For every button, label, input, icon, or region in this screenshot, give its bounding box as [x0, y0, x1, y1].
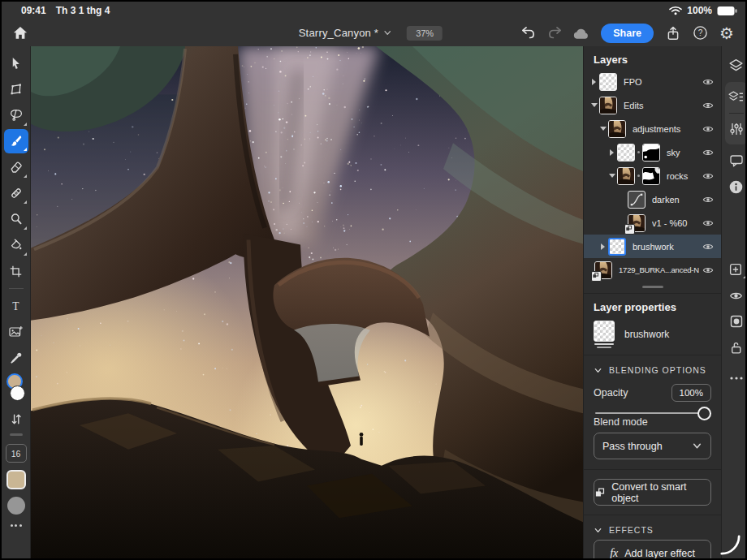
share-button[interactable]: Share: [601, 24, 654, 43]
transform-tool[interactable]: [4, 76, 28, 102]
eraser-tool[interactable]: [4, 154, 28, 180]
layer-thumbnail: [599, 73, 617, 91]
clone-stamp-tool-icon: [10, 213, 23, 226]
clone-stamp-tool[interactable]: [4, 206, 28, 232]
add-layer-effect-button[interactable]: fx Add layer effect: [594, 540, 711, 558]
task-strip: [721, 46, 745, 558]
more-ellipsis-icon: [730, 377, 743, 380]
add-layer-icon: [728, 262, 744, 278]
brush-size-field[interactable]: 16: [6, 444, 27, 463]
toolbar-more-button[interactable]: [11, 524, 22, 527]
color-wells[interactable]: [4, 373, 28, 407]
mask-link-dot: [637, 174, 640, 177]
visibility-eye-icon[interactable]: [699, 76, 721, 88]
chevron-down-icon: [594, 526, 602, 535]
layer-row-edits[interactable]: Edits: [584, 93, 721, 117]
expand-arrow-icon[interactable]: [610, 149, 614, 156]
blend-mode-dropdown[interactable]: Pass through: [594, 433, 711, 459]
paint-bucket-tool[interactable]: [4, 232, 28, 258]
place-image-tool-icon: [9, 325, 23, 338]
document-title[interactable]: Starry_Canyon *: [299, 27, 378, 39]
expand-arrow-icon[interactable]: [592, 79, 596, 85]
eraser-tool-icon: [10, 161, 23, 174]
layers-panel-tab[interactable]: [725, 86, 746, 109]
brush-color-chip[interactable]: [6, 470, 26, 489]
move-tool-icon: [10, 57, 22, 70]
blending-options-section[interactable]: BLENDING OPTIONS: [584, 355, 721, 380]
visibility-eye-icon[interactable]: [699, 147, 721, 158]
layer-row-adjustments[interactable]: adjustments: [584, 117, 721, 140]
collapse-arrow-icon[interactable]: [591, 103, 598, 107]
move-tool[interactable]: [4, 50, 28, 76]
layer-thumbnail: [617, 144, 635, 162]
redo-button[interactable]: [544, 23, 565, 44]
zoom-level-badge[interactable]: 37%: [407, 26, 443, 41]
layer-visibility-button[interactable]: [725, 284, 746, 307]
visibility-eye-icon[interactable]: [699, 241, 721, 252]
brush-tool[interactable]: [4, 129, 28, 153]
settings-button[interactable]: ⚙: [716, 23, 737, 44]
info-button[interactable]: [725, 175, 746, 198]
export-icon: [666, 26, 680, 41]
wifi-icon: [669, 6, 682, 15]
visibility-eye-icon[interactable]: [699, 218, 721, 229]
lasso-tool-icon: [10, 109, 23, 122]
layer-row-1729[interactable]: 1729_BURKA...anced-NR33: [584, 258, 721, 282]
add-layer-button[interactable]: [725, 258, 746, 281]
swap-colors-button[interactable]: [4, 410, 28, 428]
opacity-slider-handle[interactable]: [697, 407, 711, 420]
convert-smart-object-button[interactable]: Convert to smart object: [594, 479, 711, 506]
comment-icon: [729, 153, 744, 168]
lock-layer-button[interactable]: [725, 336, 746, 359]
info-icon: [728, 179, 744, 195]
title-chevron-icon[interactable]: [383, 28, 392, 37]
properties-panel-tab[interactable]: [725, 118, 746, 140]
visibility-eye-icon[interactable]: [699, 170, 721, 182]
submenu-indicator: [24, 226, 27, 230]
chevron-down-icon: [692, 441, 702, 451]
home-button[interactable]: [10, 23, 31, 44]
collapse-arrow-icon[interactable]: [609, 174, 615, 178]
lasso-tool[interactable]: [4, 102, 28, 128]
panel-drag-handle[interactable]: [642, 286, 663, 288]
layer-name: darken: [652, 195, 699, 205]
opacity-value-field[interactable]: 100%: [671, 384, 711, 402]
comments-button[interactable]: [725, 149, 746, 172]
layer-row-rocks[interactable]: rocks: [584, 164, 721, 187]
layers-stack-icon: [728, 58, 744, 73]
effects-section[interactable]: EFFECTS: [584, 515, 721, 540]
visibility-eye-icon[interactable]: [699, 100, 721, 111]
export-button[interactable]: [663, 23, 684, 44]
background-color-well[interactable]: [10, 386, 25, 401]
swap-colors-icon: [11, 413, 22, 425]
layer-row-darken[interactable]: darken: [584, 187, 721, 211]
layer-name: rocks: [667, 171, 699, 181]
layer-row-v1[interactable]: v1 - %60: [584, 211, 721, 235]
add-mask-button[interactable]: [725, 310, 746, 333]
eyedropper-tool[interactable]: [4, 345, 28, 371]
layer-row-brushwork[interactable]: brushwork: [584, 235, 721, 258]
visibility-eye-icon[interactable]: [699, 194, 721, 205]
cloud-sync-button[interactable]: [571, 23, 592, 44]
layers-more-button[interactable]: [725, 367, 746, 390]
visibility-eye-icon[interactable]: [699, 265, 721, 276]
toolbar-drag-handle[interactable]: [10, 433, 23, 436]
brush-opacity-chip[interactable]: [7, 497, 25, 515]
visibility-eye-icon[interactable]: [699, 123, 721, 135]
place-image-tool[interactable]: [4, 319, 28, 345]
layer-row-sky[interactable]: sky: [584, 140, 721, 164]
brush-tool-icon: [10, 135, 23, 148]
layer-row-fpo[interactable]: FPO: [584, 70, 721, 93]
active-panel-tabs: [725, 82, 746, 144]
layers-stack-tab[interactable]: [725, 54, 746, 77]
healing-brush-tool[interactable]: [4, 180, 28, 206]
type-tool[interactable]: T: [4, 293, 28, 319]
crop-tool[interactable]: [4, 258, 28, 284]
undo-button[interactable]: [517, 23, 538, 44]
collapse-arrow-icon[interactable]: [600, 127, 607, 131]
submenu-indicator: [24, 123, 27, 126]
canvas[interactable]: [31, 46, 583, 558]
expand-arrow-icon[interactable]: [601, 243, 605, 250]
help-button[interactable]: ?: [689, 23, 710, 44]
adjustment-layer-thumbnail: [628, 191, 646, 209]
